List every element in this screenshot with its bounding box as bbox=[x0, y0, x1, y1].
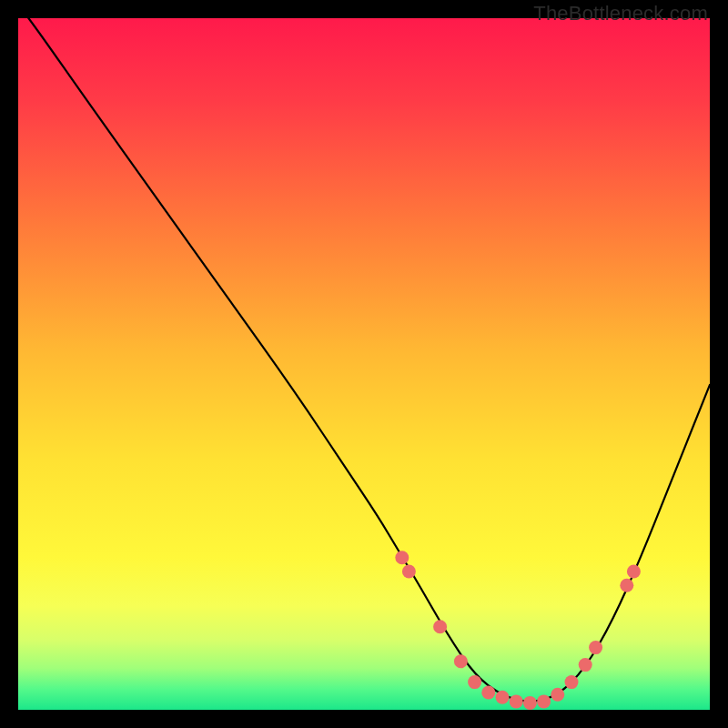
highlight-dot bbox=[433, 620, 447, 633]
highlight-dot bbox=[537, 694, 551, 708]
highlight-dot bbox=[551, 688, 564, 702]
highlight-dot bbox=[468, 675, 481, 689]
highlight-dot bbox=[454, 654, 468, 668]
highlight-dot bbox=[589, 641, 602, 654]
highlight-dot bbox=[523, 696, 537, 710]
highlight-dot bbox=[395, 551, 409, 564]
watermark-text: TheBottleneck.com bbox=[533, 2, 708, 25]
chart-frame bbox=[18, 18, 710, 710]
bottleneck-chart bbox=[18, 18, 710, 710]
highlight-dot bbox=[579, 658, 592, 672]
highlight-dot bbox=[402, 565, 416, 579]
highlight-dot bbox=[496, 691, 510, 704]
chart-background bbox=[18, 18, 710, 710]
highlight-dot bbox=[620, 579, 633, 592]
highlight-dot bbox=[510, 694, 523, 708]
highlight-dot bbox=[627, 565, 641, 579]
highlight-dot bbox=[481, 686, 495, 700]
highlight-dot bbox=[565, 675, 579, 689]
